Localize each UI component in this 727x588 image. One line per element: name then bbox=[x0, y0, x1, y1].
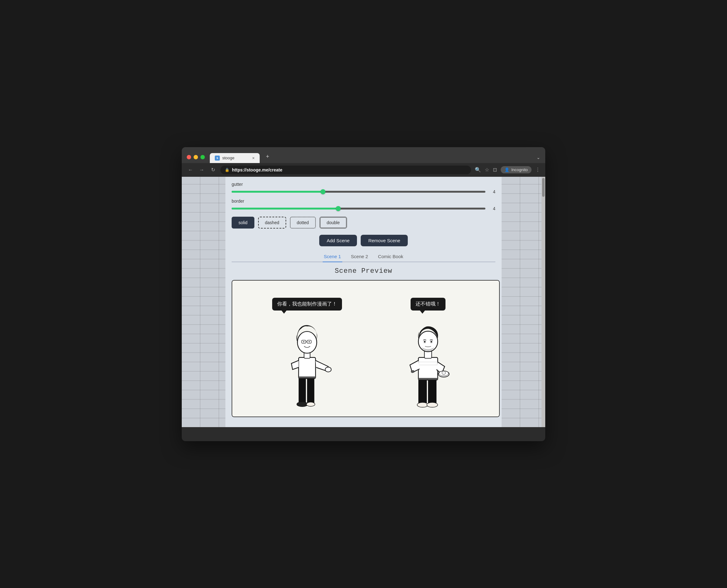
gutter-fill bbox=[232, 191, 323, 193]
svg-point-22 bbox=[417, 402, 428, 407]
page-content: gutter 4 border bbox=[182, 177, 545, 427]
maximize-button[interactable] bbox=[200, 155, 205, 159]
svg-rect-24 bbox=[411, 371, 414, 373]
svg-point-23 bbox=[427, 402, 438, 407]
border-value: 4 bbox=[489, 206, 495, 211]
border-thumb[interactable] bbox=[336, 206, 341, 211]
lock-icon: 🔒 bbox=[225, 168, 230, 172]
tab-close-icon[interactable]: × bbox=[252, 155, 255, 161]
tab-scene-1[interactable]: Scene 1 bbox=[323, 251, 342, 262]
remove-scene-button[interactable]: Remove Scene bbox=[361, 235, 408, 246]
gutter-track bbox=[232, 191, 485, 193]
svg-rect-29 bbox=[419, 378, 438, 380]
svg-rect-21 bbox=[428, 378, 436, 405]
svg-point-19 bbox=[442, 371, 446, 375]
double-border-button[interactable]: double bbox=[320, 217, 347, 229]
address-bar: ← → ↻ 🔒 https://stooge.me/create 🔍 ☆ ⊡ 👤… bbox=[182, 163, 545, 177]
speech-bubble-right: 还不错哦！ bbox=[411, 298, 446, 311]
border-styles: solid dashed dotted double bbox=[232, 217, 495, 229]
preview-section: Scene Preview 你看，我也能制作漫画了！ bbox=[232, 262, 495, 422]
menu-icon[interactable]: ⋮ bbox=[535, 167, 540, 173]
browser-window: s stooge × + ⌄ ← → ↻ 🔒 https://stooge.me… bbox=[182, 147, 545, 441]
svg-point-1 bbox=[325, 367, 331, 372]
scene-tabs: Scene 1 Scene 2 Comic Book bbox=[232, 251, 495, 262]
comic-preview: 你看，我也能制作漫画了！ bbox=[232, 280, 500, 417]
tab-comic-book[interactable]: Comic Book bbox=[377, 251, 405, 262]
search-icon[interactable]: 🔍 bbox=[475, 167, 481, 173]
svg-point-4 bbox=[297, 402, 308, 406]
title-bar: s stooge × + ⌄ bbox=[182, 147, 545, 163]
incognito-icon: 👤 bbox=[505, 167, 509, 172]
svg-point-11 bbox=[303, 341, 304, 342]
bookmark-icon[interactable]: ☆ bbox=[485, 167, 489, 173]
svg-point-27 bbox=[424, 341, 426, 343]
character-left: 你看，我也能制作漫画了！ bbox=[272, 298, 342, 410]
address-prefix: https:// bbox=[232, 167, 247, 172]
split-view-icon[interactable]: ⊡ bbox=[493, 167, 497, 173]
dotted-border-button[interactable]: dotted bbox=[290, 217, 316, 229]
character-left-svg bbox=[276, 314, 338, 410]
tab-title: stooge bbox=[222, 155, 234, 160]
svg-rect-13 bbox=[299, 376, 316, 378]
scrollbar-thumb[interactable] bbox=[542, 178, 544, 197]
tab-favicon: s bbox=[215, 155, 220, 161]
new-tab-button[interactable]: + bbox=[262, 151, 273, 163]
add-scene-button[interactable]: Add Scene bbox=[319, 235, 357, 246]
svg-rect-14 bbox=[419, 357, 438, 380]
minimize-button[interactable] bbox=[194, 155, 198, 159]
gutter-thumb[interactable] bbox=[320, 189, 325, 194]
character-right-svg bbox=[397, 314, 459, 410]
address-domain: stooge.me bbox=[247, 167, 269, 172]
border-track bbox=[232, 208, 485, 210]
tab-scene-2[interactable]: Scene 2 bbox=[350, 251, 369, 262]
dashed-border-button[interactable]: dashed bbox=[258, 217, 286, 229]
scrollbar-track[interactable] bbox=[541, 177, 545, 427]
svg-rect-0 bbox=[299, 357, 316, 378]
gutter-value: 4 bbox=[489, 189, 495, 194]
address-text: https://stooge.me/create bbox=[232, 167, 282, 172]
border-label: border bbox=[232, 198, 495, 204]
forward-button[interactable]: → bbox=[198, 167, 206, 173]
incognito-button[interactable]: 👤 Incognito bbox=[501, 166, 532, 173]
main-area: gutter 4 border bbox=[226, 177, 501, 427]
close-button[interactable] bbox=[187, 155, 191, 159]
preview-title: Scene Preview bbox=[232, 267, 495, 275]
gutter-row: 4 bbox=[232, 189, 495, 195]
speech-bubble-left: 你看，我也能制作漫画了！ bbox=[272, 298, 342, 311]
traffic-lights bbox=[187, 155, 207, 163]
border-slider[interactable] bbox=[232, 206, 485, 212]
border-row: 4 bbox=[232, 206, 495, 212]
address-path: /create bbox=[269, 167, 282, 172]
gutter-section: gutter 4 bbox=[232, 182, 495, 195]
gutter-slider[interactable] bbox=[232, 189, 485, 195]
active-tab[interactable]: s stooge × bbox=[210, 153, 260, 163]
back-button[interactable]: ← bbox=[187, 167, 194, 173]
tab-menu-icon[interactable]: ⌄ bbox=[536, 155, 540, 163]
gutter-label: gutter bbox=[232, 182, 495, 187]
toolbar-icons: 🔍 ☆ ⊡ 👤 Incognito ⋮ bbox=[475, 166, 540, 173]
svg-point-12 bbox=[308, 341, 310, 342]
address-field[interactable]: 🔒 https://stooge.me/create bbox=[220, 166, 471, 174]
svg-point-28 bbox=[430, 341, 432, 343]
svg-rect-20 bbox=[419, 378, 427, 405]
incognito-label: Incognito bbox=[511, 167, 528, 172]
character-right: 还不错哦！ bbox=[397, 298, 459, 410]
svg-rect-2 bbox=[299, 377, 306, 404]
refresh-button[interactable]: ↻ bbox=[209, 167, 217, 173]
solid-border-button[interactable]: solid bbox=[232, 217, 254, 229]
svg-point-5 bbox=[306, 402, 315, 406]
svg-rect-3 bbox=[307, 377, 314, 404]
border-section: border 4 bbox=[232, 198, 495, 212]
svg-point-26 bbox=[419, 331, 438, 352]
scene-controls: Add Scene Remove Scene bbox=[232, 235, 495, 246]
border-fill bbox=[232, 208, 338, 210]
